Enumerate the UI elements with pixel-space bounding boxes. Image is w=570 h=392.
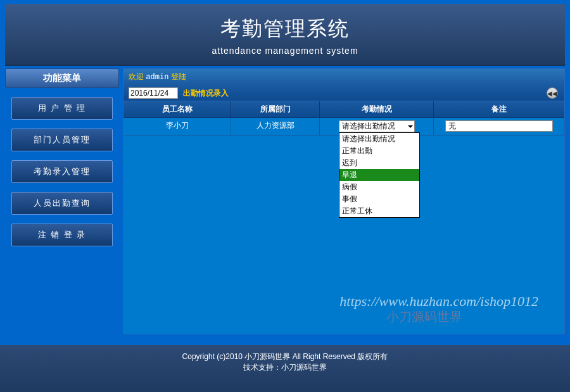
- th-remark: 备注: [434, 101, 564, 117]
- dropdown-option[interactable]: 事假: [339, 193, 419, 205]
- footer: Copyright (c)2010 小刀源码世界 All Right Reser…: [0, 345, 570, 392]
- dropdown-option[interactable]: 正常工休: [339, 205, 419, 217]
- th-status: 考勤情况: [320, 101, 434, 117]
- main-panel: 欢迎 admin 登陆 出勤情况录入 ◀◀ 员工名称 所属部门 考勤情况 备注 …: [123, 68, 565, 334]
- page-subtitle: 出勤情况录入: [183, 88, 229, 99]
- welcome-label: 欢迎: [129, 72, 144, 81]
- back-button[interactable]: ◀◀: [547, 87, 558, 99]
- app-title-cn: 考勤管理系统: [5, 15, 565, 43]
- sidebar-item-dept-staff[interactable]: 部门人员管理: [11, 129, 113, 151]
- cell-remark: [434, 118, 564, 135]
- sidebar-item-user-mgmt[interactable]: 用 户 管 理: [11, 97, 113, 120]
- welcome-suffix: 登陆: [171, 72, 186, 81]
- footer-support: 技术支持：小刀源码世界: [0, 362, 570, 373]
- welcome-user: admin: [146, 72, 168, 81]
- sidebar-item-logout[interactable]: 注 销 登 录: [11, 224, 113, 246]
- cell-dept: 人力资源部: [231, 118, 320, 135]
- sidebar-item-attendance-entry[interactable]: 考勤录入管理: [11, 160, 113, 183]
- dropdown-option[interactable]: 病假: [339, 181, 419, 193]
- status-dropdown: 请选择出勤情况 正常出勤 迟到 早退 病假 事假 正常工休: [339, 132, 420, 218]
- dropdown-option[interactable]: 迟到: [339, 157, 419, 169]
- dropdown-option-highlighted[interactable]: 早退: [339, 169, 419, 181]
- status-select[interactable]: 请选择出勤情况: [339, 120, 415, 132]
- table-row: 李小刀 人力资源部 请选择出勤情况 请选择出勤情况 正常出勤 迟到 早退 病假 …: [124, 118, 564, 136]
- header-banner: 考勤管理系统 attendance management system: [5, 4, 565, 66]
- sidebar: 功能菜单 用 户 管 理 部门人员管理 考勤录入管理 人员出勤查询 注 销 登 …: [5, 68, 119, 334]
- welcome-bar: 欢迎 admin 登陆: [124, 69, 564, 85]
- th-dept: 所属部门: [231, 101, 320, 117]
- dropdown-option[interactable]: 正常出勤: [339, 145, 419, 157]
- remark-input[interactable]: [445, 120, 553, 132]
- footer-copyright: Copyright (c)2010 小刀源码世界 All Right Reser…: [0, 351, 570, 362]
- status-select-value: 请选择出勤情况: [342, 122, 395, 130]
- toolbar-row: 出勤情况录入 ◀◀: [124, 85, 564, 101]
- sidebar-item-attendance-query[interactable]: 人员出勤查询: [11, 192, 113, 215]
- chevron-down-icon: [408, 125, 413, 128]
- table-header: 员工名称 所属部门 考勤情况 备注: [124, 101, 564, 118]
- sidebar-title: 功能菜单: [5, 68, 119, 88]
- rewind-icon: ◀◀: [547, 90, 557, 97]
- cell-status: 请选择出勤情况 请选择出勤情况 正常出勤 迟到 早退 病假 事假 正常工休: [320, 118, 434, 135]
- th-name: 员工名称: [124, 101, 231, 117]
- date-input[interactable]: [129, 87, 178, 99]
- cell-name: 李小刀: [124, 118, 231, 135]
- dropdown-option[interactable]: 请选择出勤情况: [339, 133, 419, 145]
- app-title-en: attendance management system: [5, 46, 565, 56]
